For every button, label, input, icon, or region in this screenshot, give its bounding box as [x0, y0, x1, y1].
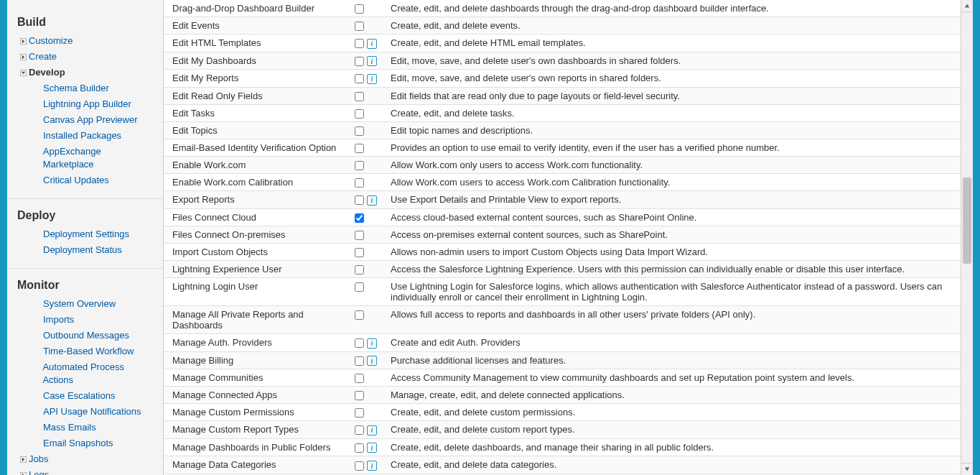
permission-row: Manage CommunitiesAccess Community Manag… — [164, 369, 961, 387]
permission-control: i — [350, 421, 386, 439]
permission-checkbox[interactable] — [355, 57, 364, 66]
permission-checkbox[interactable] — [355, 126, 364, 136]
scroll-down-arrow[interactable] — [961, 463, 973, 475]
sidebar-item-appexchange-marketplace[interactable]: AppExchange Marketplace — [17, 144, 153, 172]
permission-description: Create, edit, and delete data categories… — [386, 456, 961, 474]
permission-control: i — [350, 334, 386, 352]
permission-checkbox[interactable] — [355, 109, 364, 119]
permission-description: Create, edit, and delete custom report t… — [386, 421, 961, 439]
expand-icon[interactable] — [17, 472, 29, 476]
permission-checkbox[interactable] — [355, 310, 364, 320]
permission-checkbox[interactable] — [355, 408, 364, 418]
info-icon[interactable]: i — [367, 443, 377, 453]
permission-checkbox[interactable] — [355, 74, 364, 83]
permission-control — [350, 226, 386, 243]
scroll-track[interactable] — [961, 12, 973, 463]
permission-name: Edit HTML Templates — [164, 34, 350, 52]
sidebar-item-critical-updates[interactable]: Critical Updates — [17, 172, 153, 188]
sidebar-item-mass-emails[interactable]: Mass Emails — [17, 420, 153, 435]
permission-control: i — [350, 191, 386, 209]
permission-checkbox[interactable] — [355, 265, 364, 275]
permission-description: Use Export Details and Printable View to… — [386, 191, 961, 209]
sidebar-item-automated-process-actions[interactable]: Automated Process Actions — [17, 359, 153, 388]
permission-description: Edit fields that are read only due to pa… — [386, 87, 961, 104]
info-icon[interactable]: i — [367, 74, 377, 84]
permission-description: Edit topic names and descriptions. — [386, 121, 961, 139]
permission-checkbox[interactable] — [355, 178, 364, 188]
info-icon[interactable]: i — [367, 356, 377, 366]
permission-checkbox[interactable] — [355, 39, 364, 48]
sidebar-item-schema-builder[interactable]: Schema Builder — [17, 80, 153, 96]
sidebar-item-canvas-app-previewer[interactable]: Canvas App Previewer — [17, 112, 153, 128]
permission-checkbox[interactable] — [355, 443, 364, 453]
sidebar-item-develop[interactable]: Develop — [17, 65, 153, 80]
permission-checkbox[interactable] — [355, 374, 364, 383]
permission-checkbox[interactable] — [355, 195, 364, 205]
expand-icon[interactable] — [17, 38, 29, 45]
permission-row: Manage Custom Report TypesiCreate, edit,… — [164, 421, 961, 439]
permission-checkbox[interactable] — [355, 425, 364, 435]
permission-name: Manage Data Categories — [164, 456, 350, 474]
info-icon[interactable]: i — [367, 56, 377, 66]
collapse-icon[interactable] — [17, 70, 29, 76]
sidebar-item-case-escalations[interactable]: Case Escalations — [17, 388, 153, 404]
info-icon[interactable]: i — [367, 338, 377, 349]
permission-checkbox[interactable] — [355, 22, 364, 31]
sidebar-heading: Deploy — [17, 202, 153, 226]
permission-name: Import Custom Objects — [164, 243, 350, 260]
page-scrollbar[interactable] — [961, 0, 973, 475]
sidebar-item-system-overview[interactable]: System Overview — [17, 296, 153, 312]
sidebar-item-lightning-app-builder[interactable]: Lightning App Builder — [17, 96, 153, 112]
permission-description: Purchase additional licenses and feature… — [386, 351, 961, 369]
sidebar-item-customize[interactable]: Customize — [17, 33, 153, 49]
sidebar-item-imports[interactable]: Imports — [17, 312, 153, 328]
permission-row: Manage Dashboards in Public FoldersiCrea… — [164, 438, 961, 456]
permission-description: Create, edit, and delete HTML email temp… — [386, 34, 961, 52]
info-icon[interactable]: i — [367, 461, 377, 471]
sidebar-item-deployment-settings[interactable]: Deployment Settings — [17, 226, 153, 242]
expand-icon[interactable] — [17, 456, 29, 463]
permission-checkbox[interactable] — [355, 4, 364, 14]
sidebar-item-jobs[interactable]: Jobs — [17, 451, 153, 467]
permission-checkbox[interactable] — [355, 356, 364, 366]
permission-checkbox[interactable] — [355, 231, 364, 240]
sidebar-item-deployment-status[interactable]: Deployment Status — [17, 242, 153, 258]
permission-checkbox[interactable] — [355, 461, 364, 471]
sidebar-item-api-usage-notifications[interactable]: API Usage Notifications — [17, 404, 153, 420]
permission-control — [350, 208, 386, 226]
permission-checkbox[interactable] — [355, 144, 364, 153]
sidebar-item-installed-packages[interactable]: Installed Packages — [17, 128, 153, 144]
permission-name: Manage Dashboards in Public Folders — [164, 438, 350, 456]
permission-name: Manage Custom Permissions — [164, 404, 350, 421]
sidebar-item-email-snapshots[interactable]: Email Snapshots — [17, 435, 153, 451]
permission-checkbox[interactable] — [355, 92, 364, 101]
sidebar-item-time-based-workflow[interactable]: Time-Based Workflow — [17, 343, 153, 359]
permission-name: Edit My Reports — [164, 70, 350, 88]
permission-checkbox[interactable] — [355, 161, 364, 170]
info-icon[interactable]: i — [367, 425, 377, 435]
scroll-up-arrow[interactable] — [961, 0, 973, 12]
sidebar-item-create[interactable]: Create — [17, 49, 153, 65]
permission-name: Drag-and-Drop Dashboard Builder — [164, 0, 350, 17]
info-icon[interactable]: i — [367, 39, 377, 49]
scroll-thumb[interactable] — [963, 177, 971, 264]
permission-checkbox[interactable] — [355, 391, 364, 400]
permission-checkbox[interactable] — [355, 213, 364, 223]
permission-description: Allows non-admin users to import Custom … — [386, 243, 961, 260]
sidebar-item-label: Deployment Settings — [43, 228, 129, 241]
sidebar-item-outbound-messages[interactable]: Outbound Messages — [17, 328, 153, 343]
info-icon[interactable]: i — [367, 195, 377, 206]
permission-control — [350, 306, 386, 334]
permission-checkbox[interactable] — [355, 248, 364, 257]
permission-description: Access on-premises external content sour… — [386, 226, 961, 243]
sidebar-item-logs[interactable]: Logs — [17, 467, 153, 475]
permission-checkbox[interactable] — [355, 282, 364, 292]
permission-row: Enable Work.com CalibrationAllow Work.co… — [164, 174, 961, 191]
permission-row: Import Custom ObjectsAllows non-admin us… — [164, 243, 961, 260]
permission-checkbox[interactable] — [355, 338, 364, 348]
permission-row: Drag-and-Drop Dashboard BuilderCreate, e… — [164, 0, 961, 17]
permission-row: Files Connect CloudAccess cloud-based ex… — [164, 208, 961, 226]
permission-row: Files Connect On-premisesAccess on-premi… — [164, 226, 961, 243]
permission-description: Create, edit, and delete tasks. — [386, 104, 961, 121]
expand-icon[interactable] — [17, 54, 29, 60]
